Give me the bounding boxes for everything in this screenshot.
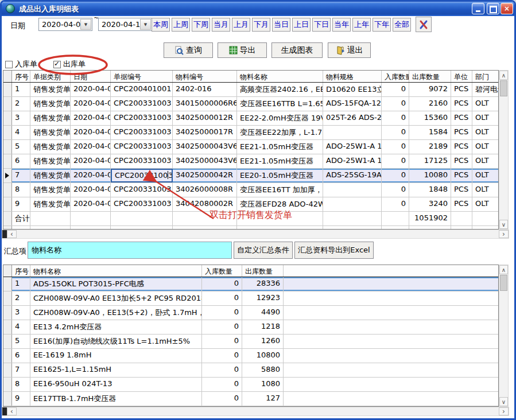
cell[interactable]: 17125: [409, 154, 451, 168]
detail-row-4[interactable]: 4销售发货单2020-04-01CPC20033100334025000017R…: [3, 126, 498, 140]
cell[interactable]: PCS: [451, 140, 472, 154]
cell[interactable]: OLT: [472, 97, 499, 111]
cell[interactable]: 8: [12, 183, 30, 197]
cell[interactable]: 5: [12, 140, 30, 154]
range-button-this-year[interactable]: 当年: [332, 18, 351, 32]
cell[interactable]: 5880: [242, 363, 284, 377]
cell[interactable]: PCS: [451, 97, 472, 111]
range-button-next-year[interactable]: 下年: [373, 18, 391, 32]
date-from-picker[interactable]: 2020-04-01 ▼: [38, 18, 92, 31]
cell[interactable]: 1: [12, 277, 30, 291]
column-header-7[interactable]: 物料规格: [323, 71, 382, 82]
range-button-last-week[interactable]: 上周: [172, 18, 190, 32]
scrollbar-thumb[interactable]: [500, 80, 507, 96]
column-header-3[interactable]: 入库数量: [202, 265, 242, 277]
cell[interactable]: 5: [12, 335, 30, 348]
cell[interactable]: 4490: [242, 306, 284, 320]
cell[interactable]: 2160: [409, 97, 451, 111]
cell[interactable]: EE20-1.05mH变压器: [237, 169, 323, 182]
cell[interactable]: 34025000043V62: [173, 154, 237, 168]
close-button[interactable]: ×: [501, 3, 513, 14]
outbound-checkbox[interactable]: [53, 61, 61, 68]
cell[interactable]: 变压器EE22加厚，L-1.75m: [237, 126, 323, 139]
cell[interactable]: 0: [202, 306, 242, 320]
outbound-filter[interactable]: 出库单: [53, 59, 86, 69]
cell[interactable]: 变压器EE16TT 加加厚，L=: [237, 183, 323, 197]
cell[interactable]: 10080: [409, 169, 451, 182]
column-header-2[interactable]: 物料名称: [30, 265, 202, 277]
export-summary-excel-button[interactable]: 汇总资料导出到Excel: [294, 242, 374, 259]
cell[interactable]: CPC200331003: [111, 183, 173, 197]
scroll-up-icon[interactable]: ∧: [499, 71, 508, 80]
tools-button[interactable]: [416, 17, 432, 32]
cell[interactable]: 3240: [409, 197, 451, 211]
summary-row-7[interactable]: 7EE1625-1,L=1.15mH05880: [3, 363, 498, 378]
cell[interactable]: OLT: [472, 140, 499, 154]
detail-vertical-scrollbar[interactable]: ∧ ∨: [499, 70, 509, 230]
cell[interactable]: 1218: [242, 320, 284, 334]
cell[interactable]: 34025000043V62: [173, 140, 237, 154]
cell[interactable]: 销售发货单: [30, 169, 71, 182]
cell[interactable]: 9: [12, 392, 30, 406]
cell[interactable]: 1: [12, 83, 30, 96]
cell[interactable]: 0: [202, 392, 242, 406]
cell[interactable]: 15360: [409, 111, 451, 125]
summary-row-1[interactable]: 1ADS-15OKL POT3015-PFC电感028336: [3, 277, 498, 291]
range-button-last-year[interactable]: 上年: [352, 18, 371, 32]
column-header-5[interactable]: 物料编号: [173, 71, 237, 82]
cell[interactable]: CPC200331003: [111, 140, 173, 154]
scroll-right-icon[interactable]: ›: [499, 230, 509, 238]
cell[interactable]: EE16(加厚)自动绕线次级11Ts L=1.1mH±5%: [30, 335, 202, 348]
chevron-down-icon[interactable]: ▼: [140, 19, 151, 30]
cell[interactable]: CPC200331003: [111, 97, 173, 111]
summary-row-5[interactable]: 5EE16(加厚)自动绕线次级11Ts L=1.1mH±5%01260: [3, 335, 498, 349]
column-header-3[interactable]: 日期: [71, 71, 111, 82]
generate-chart-button[interactable]: 生成图表: [271, 42, 323, 58]
cell[interactable]: 0: [202, 277, 242, 291]
cell[interactable]: 4: [12, 126, 30, 139]
cell[interactable]: 销售发货单: [30, 183, 71, 197]
cell[interactable]: 1584: [409, 126, 451, 139]
cell[interactable]: 2020-04-01: [71, 183, 111, 197]
inbound-checkbox[interactable]: [5, 61, 13, 68]
cell[interactable]: ADS-15OKL POT3015-PFC电感: [30, 277, 202, 291]
column-header-4[interactable]: 出库数量: [242, 265, 284, 277]
range-button-all[interactable]: 全部: [393, 18, 411, 32]
cell[interactable]: 12923: [242, 291, 284, 305]
cell[interactable]: 2020-04-01: [71, 169, 111, 182]
scroll-down-icon[interactable]: ∨: [499, 397, 508, 406]
range-button-this-day[interactable]: 当日: [272, 18, 290, 32]
cell[interactable]: PCS: [451, 154, 472, 168]
inbound-filter[interactable]: 入库单: [5, 59, 37, 69]
cell[interactable]: 销售发货单: [30, 97, 71, 111]
cell[interactable]: 34025000012R: [173, 111, 237, 125]
cell[interactable]: EE13 4.2mH变压器: [30, 320, 202, 334]
cell[interactable]: CPC200331003: [111, 197, 173, 211]
cell[interactable]: CPC200401001: [111, 83, 173, 96]
cell[interactable]: 34025000017R: [173, 126, 237, 139]
cell[interactable]: 3: [12, 306, 30, 320]
cell[interactable]: CZH008W-09V-A0 EE13加长5+2 PC95 RD20180202: [30, 291, 202, 305]
cell[interactable]: 6: [12, 154, 30, 168]
column-header-9[interactable]: 出库数量: [409, 71, 451, 82]
cell[interactable]: 4: [12, 320, 30, 334]
cell[interactable]: 34015000006R62: [173, 97, 237, 111]
summary-row-3[interactable]: 3CZH008W-09V-A0，EE13(5+2)，卧式 1.7mH，RD201…: [3, 306, 498, 320]
cell[interactable]: 1080: [242, 378, 284, 391]
cell[interactable]: 127: [242, 392, 284, 406]
cell[interactable]: EE22-2.0mH变压器 19V/1: [237, 111, 323, 125]
cell[interactable]: 0: [202, 363, 242, 377]
detail-row-6[interactable]: 6销售发货单2020-04-01CPC20033100334025000043V…: [3, 154, 498, 169]
cell[interactable]: OLT: [472, 197, 499, 211]
cell[interactable]: 2: [12, 97, 30, 111]
cell[interactable]: 6: [12, 349, 30, 363]
cell[interactable]: EE21-1.05mH变压器: [237, 154, 323, 168]
detail-row-7[interactable]: 7销售发货单2020-04-01CPC20033100334025000042R…: [3, 169, 498, 183]
range-button-last-month[interactable]: 上月: [232, 18, 250, 32]
range-button-next-week[interactable]: 下周: [192, 18, 210, 32]
cell[interactable]: 销售发货单: [30, 154, 71, 168]
cell[interactable]: 0: [382, 183, 409, 197]
cell[interactable]: CZH008W-09V-A0，EE13(5+2)，卧式 1.7mH，RD201: [30, 306, 202, 320]
scroll-left-icon[interactable]: ‹: [7, 230, 17, 238]
cell[interactable]: ADS-25SG-19A-3: [323, 169, 382, 182]
